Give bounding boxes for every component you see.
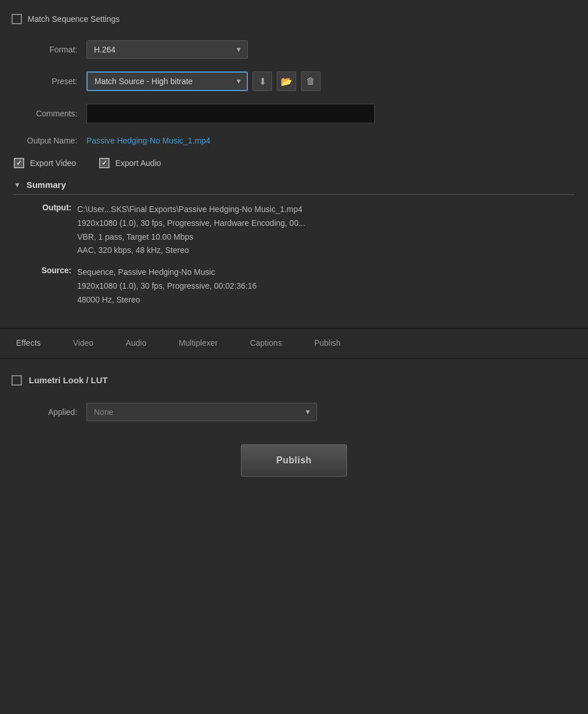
tabs-bar: Effects Video Audio Multiplexer Captions… (0, 329, 588, 358)
applied-select-wrapper: None ▼ (86, 403, 317, 421)
export-checkboxes-row: Export Video Export Audio (12, 158, 576, 168)
preset-select-wrapper: Match Source - High bitrate ▼ (86, 71, 248, 91)
summary-header: ▼ Summary (14, 180, 574, 195)
publish-area: Publish (12, 421, 576, 488)
export-video-checkbox[interactable] (14, 158, 24, 168)
export-video-label: Export Video (30, 158, 76, 168)
lumetri-row: Lumetri Look / LUT (12, 375, 576, 386)
output-line4: AAC, 320 kbps, 48 kHz, Stereo (77, 244, 305, 258)
summary-source-value: Sequence, Passive Hedging-No Music 1920x… (77, 266, 257, 307)
tab-captions[interactable]: Captions (234, 329, 298, 358)
output-line3: VBR, 1 pass, Target 10.00 Mbps (77, 231, 305, 244)
export-audio-label: Export Audio (115, 158, 161, 168)
lumetri-label: Lumetri Look / LUT (29, 375, 108, 385)
source-line3: 48000 Hz, Stereo (77, 293, 257, 307)
summary-title: Summary (27, 180, 66, 190)
match-sequence-label: Match Sequence Settings (28, 14, 120, 24)
tab-publish[interactable]: Publish (298, 329, 357, 358)
export-video-item: Export Video (14, 158, 76, 168)
summary-output-row: Output: C:\User...SKS\Final Exports\Pass… (20, 203, 574, 258)
comments-label: Comments: (17, 109, 86, 118)
format-select[interactable]: H.264 (86, 40, 248, 59)
output-name-label: Output Name: (17, 136, 86, 145)
preset-import-button[interactable]: 📂 (277, 71, 296, 91)
summary-source-key: Source: (20, 266, 77, 275)
comments-row: Comments: (12, 104, 576, 123)
bottom-content: Lumetri Look / LUT Applied: None ▼ Publi… (0, 359, 588, 504)
summary-source-row: Source: Sequence, Passive Hedging-No Mus… (20, 266, 574, 307)
tabs-section: Effects Video Audio Multiplexer Captions… (0, 328, 588, 359)
summary-body: Output: C:\User...SKS\Final Exports\Pass… (14, 203, 574, 307)
source-line1: Sequence, Passive Hedging-No Music (77, 266, 257, 279)
download-icon: ⬇ (259, 76, 266, 87)
export-audio-item: Export Audio (99, 158, 161, 168)
publish-button[interactable]: Publish (241, 444, 346, 477)
lumetri-checkbox[interactable] (12, 375, 22, 386)
import-icon: 📂 (281, 76, 292, 87)
preset-label: Preset: (17, 77, 86, 86)
comments-input[interactable] (86, 104, 375, 123)
applied-label: Applied: (17, 407, 86, 417)
export-audio-checkbox[interactable] (99, 158, 110, 168)
preset-row: Preset: Match Source - High bitrate ▼ ⬇ … (12, 71, 576, 91)
output-line1: C:\User...SKS\Final Exports\Passive Hedg… (77, 203, 305, 217)
summary-chevron-icon[interactable]: ▼ (14, 181, 21, 189)
preset-select[interactable]: Match Source - High bitrate (86, 71, 248, 91)
tab-multiplexer[interactable]: Multiplexer (163, 329, 234, 358)
output-line2: 1920x1080 (1.0), 30 fps, Progressive, Ha… (77, 217, 305, 231)
format-select-wrapper: H.264 ▼ (86, 40, 248, 59)
summary-section: ▼ Summary Output: C:\User...SKS\Final Ex… (12, 180, 576, 307)
match-sequence-checkbox[interactable] (12, 14, 22, 24)
applied-row: Applied: None ▼ (12, 403, 576, 421)
tab-audio[interactable]: Audio (110, 329, 163, 358)
tab-video[interactable]: Video (57, 329, 110, 358)
output-name-link[interactable]: Passive Hedging-No Music_1.mp4 (86, 136, 210, 145)
preset-controls: Match Source - High bitrate ▼ ⬇ 📂 🗑 (86, 71, 321, 91)
format-label: Format: (17, 45, 86, 54)
output-name-row: Output Name: Passive Hedging-No Music_1.… (12, 136, 576, 145)
source-line2: 1920x1080 (1.0), 30 fps, Progressive, 00… (77, 279, 257, 293)
preset-save-button[interactable]: ⬇ (252, 71, 272, 91)
trash-icon: 🗑 (306, 76, 315, 86)
summary-output-key: Output: (20, 203, 77, 212)
tab-effects[interactable]: Effects (0, 329, 57, 358)
preset-delete-button[interactable]: 🗑 (301, 71, 321, 91)
match-sequence-row: Match Sequence Settings (12, 14, 576, 24)
format-row: Format: H.264 ▼ (12, 40, 576, 59)
applied-select[interactable]: None (86, 403, 317, 421)
summary-output-value: C:\User...SKS\Final Exports\Passive Hedg… (77, 203, 305, 258)
